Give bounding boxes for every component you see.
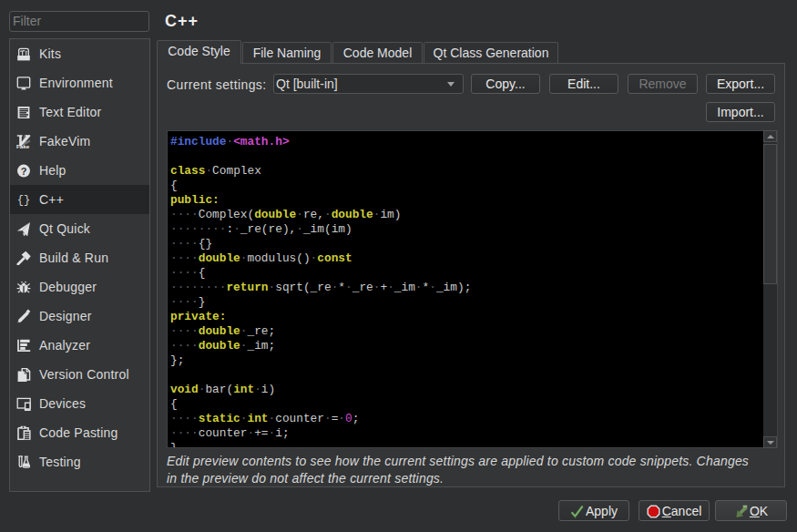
svg-text:{}: {} [17,194,30,207]
svg-text:?: ? [21,166,27,177]
svg-text:Fake: Fake [16,143,30,148]
